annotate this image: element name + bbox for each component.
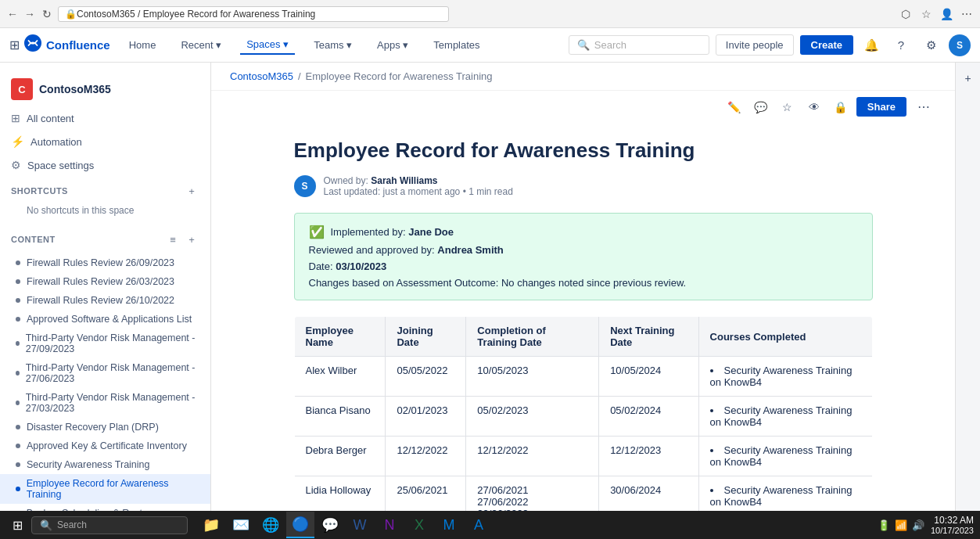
profile-icon[interactable]: 👤	[939, 7, 953, 21]
browser-chrome: ← → ↻ 🔒 ContosoM365 / Employee Record fo…	[0, 0, 980, 28]
automation-icon: ⚡	[11, 135, 24, 148]
reviewed-line: Reviewed and approved by: Andrea Smith	[309, 244, 858, 256]
share-button[interactable]: Share	[856, 97, 906, 117]
taskbar-files-icon[interactable]: 📁	[197, 512, 225, 538]
invite-button[interactable]: Invite people	[716, 34, 794, 56]
cell-next-1: 05/02/2024	[599, 397, 698, 437]
table-row: Lidia Holloway 25/06/2021 27/06/2021 27/…	[294, 476, 872, 512]
extensions-icon[interactable]: ⬡	[899, 7, 913, 21]
sidebar-item-backup[interactable]: Backup Scheduling & Restore Procedure	[0, 504, 210, 511]
sidebar-workspace-header: C ContosoM365	[0, 72, 210, 106]
taskbar-browser-icon[interactable]: 🌐	[257, 512, 285, 538]
app-container: ⊞ Confluence Home Recent ▾ Spaces ▾ Team…	[0, 28, 980, 539]
forward-button[interactable]: →	[23, 8, 36, 20]
settings-icon[interactable]: ⚙	[919, 34, 942, 57]
cell-courses-1: Security Awareness Training on KnowB4	[698, 397, 872, 437]
add-content-button[interactable]: +	[184, 232, 199, 247]
cell-next-0: 10/05/2024	[599, 357, 698, 397]
dot-icon	[16, 462, 20, 467]
sidebar-item-firewall-1[interactable]: Firewall Rules Review 26/09/2023	[0, 253, 210, 272]
taskbar-excel-icon[interactable]: X	[405, 512, 433, 538]
battery-icon: 🔋	[878, 519, 890, 531]
back-button[interactable]: ←	[6, 8, 19, 20]
nav-apps[interactable]: Apps ▾	[371, 36, 415, 54]
read-time: 1 min read	[468, 186, 513, 197]
more-actions-button[interactable]: ⋯	[911, 95, 936, 118]
browser-action-icons: ⬡ ☆ 👤 ⋯	[899, 7, 974, 21]
content-section: CONTENT ≡ +	[0, 225, 210, 253]
main-content: ContosoM365 / Employee Record for Awaren…	[211, 63, 955, 511]
sidebar-item-key-cert[interactable]: Approved Key & Certificate Inventory	[0, 437, 210, 455]
user-avatar[interactable]: S	[949, 34, 971, 56]
windows-icon: ⊞	[13, 518, 23, 533]
dot-icon	[16, 425, 20, 429]
content-actions: ≡ +	[165, 232, 199, 247]
sidebar-item-approved-software[interactable]: Approved Software & Applications List	[0, 310, 210, 329]
create-button[interactable]: Create	[800, 35, 853, 55]
more-browser-icon[interactable]: ⋯	[960, 7, 974, 21]
refresh-button[interactable]: ↻	[41, 8, 53, 20]
comment-button[interactable]: 💬	[750, 96, 772, 118]
table-header: Employee Name Joining Date Completion of…	[294, 317, 872, 357]
sidebar-automation[interactable]: ⚡ Automation	[0, 130, 210, 153]
start-button[interactable]: ⊞	[6, 514, 28, 536]
sidebar-item-firewall-2[interactable]: Firewall Rules Review 26/03/2023	[0, 272, 210, 291]
dot-icon	[16, 444, 20, 448]
page-body: Employee Record for Awareness Training S…	[232, 123, 935, 511]
taskbar-chrome-icon[interactable]: 🔵	[286, 512, 314, 538]
cell-next-3: 30/06/2024	[599, 476, 698, 512]
address-bar[interactable]: 🔒 ContosoM365 / Employee Record for Awar…	[58, 6, 449, 22]
sound-icon: 🔊	[912, 519, 924, 531]
restrict-button[interactable]: 🔒	[830, 96, 852, 118]
help-icon[interactable]: ?	[889, 34, 913, 57]
dot-icon-active	[16, 487, 20, 491]
grid-icon: ⊞	[11, 112, 20, 124]
watch-button[interactable]: 👁	[803, 96, 825, 118]
nav-right: 🔍 Search Invite people Create 🔔 ? ⚙ S	[569, 34, 971, 57]
date: 10/17/2023	[931, 526, 974, 535]
taskbar-app-icon[interactable]: A	[465, 512, 493, 538]
filter-content-button[interactable]: ≡	[165, 232, 181, 247]
cell-completion-3: 27/06/2021 27/06/2022 30/06/2023	[466, 476, 599, 512]
taskbar-word-icon[interactable]: W	[346, 512, 374, 538]
taskbar-ms-icon[interactable]: M	[435, 512, 463, 538]
sidebar-item-vendor-2[interactable]: Third-Party Vendor Risk Management - 27/…	[0, 358, 210, 388]
taskbar-onenote-icon[interactable]: N	[375, 512, 404, 538]
edit-button[interactable]: ✏️	[723, 96, 745, 118]
taskbar-mail-icon[interactable]: ✉️	[227, 512, 255, 538]
expand-icon[interactable]: +	[959, 69, 978, 88]
time: 10:32 AM	[931, 515, 974, 526]
dot-icon	[16, 371, 20, 376]
top-nav: ⊞ Confluence Home Recent ▾ Spaces ▾ Team…	[0, 28, 980, 63]
add-shortcut-button[interactable]: +	[184, 183, 199, 199]
sidebar-item-firewall-3[interactable]: Firewall Rules Review 26/10/2022	[0, 291, 210, 310]
col-courses: Courses Completed	[698, 317, 872, 357]
nav-templates[interactable]: Templates	[427, 36, 486, 54]
nav-home[interactable]: Home	[123, 36, 163, 54]
nav-recent[interactable]: Recent ▾	[174, 36, 228, 54]
taskbar: ⊞ 🔍 Search 📁 ✉️ 🌐 🔵 💬 W N X M A 🔋 📶 🔊	[0, 511, 980, 539]
sidebar-all-content[interactable]: ⊞ All content	[0, 106, 210, 130]
taskbar-search[interactable]: 🔍 Search	[31, 516, 188, 534]
sidebar-item-vendor-3[interactable]: Third-Party Vendor Risk Management - 27/…	[0, 388, 210, 418]
sidebar-item-employee-record[interactable]: Employee Record for Awareness Training	[0, 474, 210, 504]
clock[interactable]: 10:32 AM 10/17/2023	[931, 515, 974, 535]
star-page-button[interactable]: ☆	[777, 96, 799, 118]
taskbar-pinned-apps: 📁 ✉️ 🌐 🔵 💬 W N X M A	[197, 512, 493, 538]
search-bar[interactable]: 🔍 Search	[569, 35, 709, 55]
course-item: Security Awareness Training on KnowB4	[710, 444, 861, 468]
sidebar-item-security-training[interactable]: Security Awareness Training	[0, 455, 210, 474]
notifications-icon[interactable]: 🔔	[860, 34, 883, 57]
system-tray-icons: 🔋 📶 🔊	[878, 519, 924, 531]
breadcrumb: ContosoM365 / Employee Record for Awaren…	[211, 63, 955, 91]
implemented-row: ✅ Implemented by: Jane Doe	[309, 225, 858, 239]
nav-teams[interactable]: Teams ▾	[307, 36, 358, 54]
taskbar-teams-icon[interactable]: 💬	[316, 512, 344, 538]
sidebar-item-vendor-1[interactable]: Third-Party Vendor Risk Management - 27/…	[0, 329, 210, 358]
breadcrumb-home[interactable]: ContosoM365	[230, 70, 293, 82]
sidebar-space-settings[interactable]: ⚙ Space settings	[0, 153, 210, 177]
star-icon[interactable]: ☆	[919, 7, 933, 21]
reviewed-name: Andrea Smith	[437, 244, 504, 256]
sidebar-item-drp[interactable]: Disaster Recovery Plan (DRP)	[0, 418, 210, 437]
nav-spaces[interactable]: Spaces ▾	[240, 35, 295, 55]
